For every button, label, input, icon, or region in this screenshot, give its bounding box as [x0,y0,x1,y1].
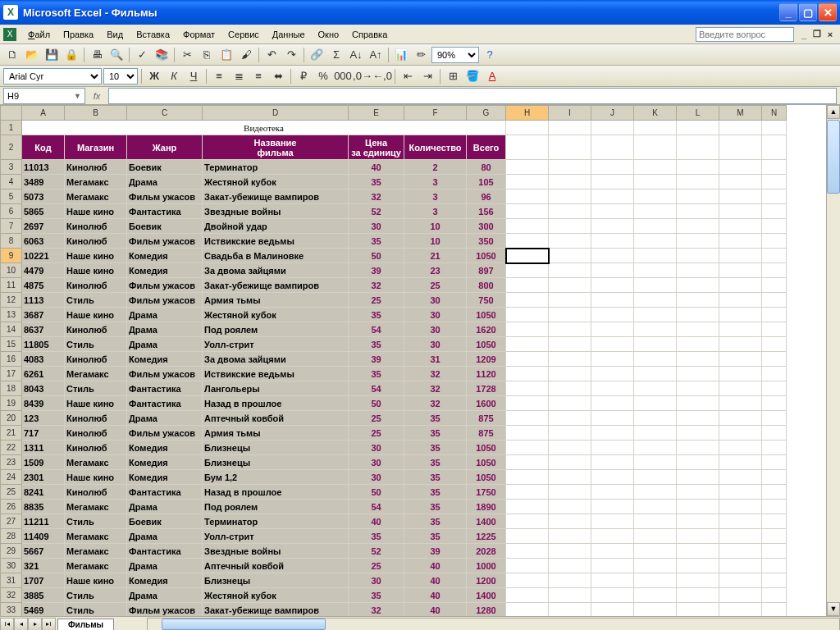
data-cell[interactable]: Звездные войны [203,544,349,559]
tab-next-icon[interactable]: ▸ [28,618,42,631]
cell[interactable] [634,121,677,135]
data-cell[interactable]: Фильм ужасов [127,234,203,249]
row-header[interactable]: 28 [1,529,22,544]
data-cell[interactable]: Фильм ужасов [127,603,203,617]
data-cell[interactable]: 3489 [22,175,65,189]
sort-asc-icon[interactable]: A↓ [347,46,365,64]
data-cell[interactable]: 35 [404,529,467,544]
cell[interactable] [677,263,719,278]
cell[interactable] [677,411,719,426]
cell[interactable] [549,500,591,514]
data-cell[interactable]: 96 [467,189,506,204]
cell[interactable] [506,121,549,135]
data-cell[interactable]: 32 [404,381,467,396]
cell[interactable] [549,121,591,135]
data-cell[interactable]: 39 [349,263,404,278]
cell[interactable] [591,322,634,337]
row-header[interactable]: 33 [1,603,22,617]
cell[interactable] [677,559,719,573]
cell[interactable] [719,470,762,485]
cell[interactable] [506,573,549,588]
data-cell[interactable]: Назад в прошлое [203,485,349,500]
cell[interactable] [719,308,762,322]
cell[interactable] [634,529,677,544]
data-cell[interactable]: Драма [127,500,203,514]
cell[interactable] [549,204,591,219]
data-cell[interactable]: 30 [404,337,467,352]
vertical-scrollbar[interactable]: ▲ ▼ [826,105,840,616]
data-cell[interactable]: 1620 [467,322,506,337]
cell[interactable] [719,441,762,455]
cell[interactable] [677,514,719,529]
data-cell[interactable]: За двома зайцями [203,352,349,367]
data-cell[interactable]: 800 [467,278,506,293]
data-cell[interactable]: 2301 [22,470,65,485]
cell[interactable] [719,573,762,588]
data-cell[interactable]: 1707 [22,573,65,588]
data-cell[interactable]: Боевик [127,160,203,175]
data-cell[interactable]: 1000 [467,559,506,573]
cell[interactable] [591,559,634,573]
cell[interactable] [549,381,591,396]
cell[interactable] [506,381,549,396]
cell[interactable] [591,470,634,485]
data-cell[interactable]: Жестяной кубок [203,308,349,322]
data-cell[interactable]: Наше кино [65,263,127,278]
cell[interactable] [719,544,762,559]
ask-input[interactable] [696,27,794,42]
cell[interactable] [634,219,677,234]
select-all[interactable] [1,106,22,121]
row-header[interactable]: 15 [1,337,22,352]
row-header[interactable]: 4 [1,175,22,189]
data-cell[interactable]: 123 [22,411,65,426]
data-cell[interactable]: Аптечный ковбой [203,559,349,573]
cell[interactable] [677,234,719,249]
data-cell[interactable]: Драма [127,175,203,189]
doc-min-button[interactable]: _ [797,28,810,41]
cell[interactable] [591,485,634,500]
data-cell[interactable]: Комедия [127,441,203,455]
formula-input[interactable] [108,88,837,104]
data-cell[interactable]: 8637 [22,322,65,337]
cell[interactable] [549,367,591,381]
cell[interactable] [591,455,634,470]
data-cell[interactable]: 35 [349,529,404,544]
data-cell[interactable]: 30 [349,455,404,470]
data-cell[interactable]: Стиль [65,514,127,529]
cell[interactable] [634,135,677,160]
row-header[interactable]: 22 [1,441,22,455]
cell[interactable] [591,352,634,367]
preview-icon[interactable]: 🔍 [107,46,126,64]
data-cell[interactable]: Закат-убежище вампиров [203,189,349,204]
cell[interactable] [549,573,591,588]
cell[interactable] [591,411,634,426]
cell[interactable] [591,234,634,249]
cut-icon[interactable]: ✂ [178,46,196,64]
inc-indent-icon[interactable]: ⇥ [418,67,436,85]
data-cell[interactable]: Кинолюб [65,160,127,175]
row-header[interactable]: 24 [1,470,22,485]
data-cell[interactable]: 25 [349,411,404,426]
data-cell[interactable]: 30 [404,293,467,308]
data-cell[interactable]: 5667 [22,544,65,559]
cell[interactable] [506,367,549,381]
cell[interactable] [719,175,762,189]
col-header-L[interactable]: L [677,106,719,121]
data-cell[interactable]: Кинолюб [65,441,127,455]
row-header[interactable]: 16 [1,352,22,367]
data-cell[interactable]: Фантастика [127,396,203,411]
data-cell[interactable]: Наше кино [65,573,127,588]
cell[interactable] [634,514,677,529]
cell[interactable] [762,411,787,426]
cell[interactable] [506,234,549,249]
format-painter-icon[interactable]: 🖌 [237,46,255,64]
fill-color-icon[interactable]: 🪣 [463,67,482,85]
paste-icon[interactable]: 📋 [217,46,235,64]
cell[interactable] [762,544,787,559]
cell[interactable] [719,249,762,263]
data-cell[interactable]: 1050 [467,441,506,455]
row-header[interactable]: 10 [1,263,22,278]
cell[interactable] [591,263,634,278]
font-color-icon[interactable]: A [483,67,501,85]
data-cell[interactable]: 40 [349,160,404,175]
